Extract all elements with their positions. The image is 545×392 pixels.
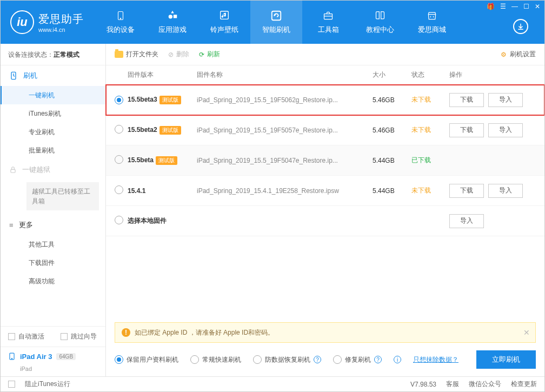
- firmware-row[interactable]: 选择本地固件导入: [106, 206, 544, 236]
- svg-point-1: [120, 18, 121, 19]
- flash-now-button[interactable]: 立即刷机: [476, 350, 536, 369]
- shop-icon: [425, 10, 439, 22]
- warning-icon: !: [122, 328, 130, 337]
- flash-settings-button[interactable]: ⚙刷机设置: [501, 50, 536, 59]
- folder-icon: [115, 51, 123, 58]
- check-update-link[interactable]: 检查更新: [511, 380, 537, 389]
- firmware-row[interactable]: 15.5beta测试版iPad_Spring_2019_15.5_19F5047…: [106, 145, 544, 176]
- help-icon[interactable]: ?: [314, 356, 321, 363]
- logo-icon: iu: [10, 10, 34, 34]
- nav-book[interactable]: 教程中心: [354, 1, 406, 44]
- auto-activate-checkbox[interactable]: [8, 333, 15, 340]
- sidebar-flash[interactable]: 刷机: [1, 65, 105, 86]
- sidebar-more[interactable]: ≡更多: [1, 215, 105, 235]
- row-radio[interactable]: [115, 216, 123, 224]
- sidebar-sub[interactable]: iTunes刷机: [1, 104, 105, 123]
- help-icon[interactable]: ?: [374, 356, 382, 363]
- block-itunes-checkbox[interactable]: [8, 381, 15, 388]
- beta-tag: 测试版: [159, 96, 181, 104]
- sidebar-sub[interactable]: 下载固件: [1, 254, 105, 272]
- minimize-icon[interactable]: —: [511, 3, 518, 10]
- flash-options: 保留用户资料刷机 常规快速刷机 防数据恢复刷机? 修复刷机? i 只想抹除数据？…: [106, 343, 544, 376]
- sidebar-sub[interactable]: 高级功能: [1, 272, 105, 290]
- gear-icon: ⚙: [501, 51, 507, 58]
- window-controls: 🎁 ☰ — ☐ ✕: [487, 3, 540, 10]
- opt-recover[interactable]: 防数据恢复刷机?: [253, 355, 321, 364]
- auto-activate-label: 自动激活: [18, 332, 44, 341]
- firmware-list: 15.5beta3测试版iPad_Spring_2019_15.5_19F506…: [106, 85, 544, 236]
- notice-close-icon[interactable]: ✕: [523, 328, 530, 337]
- downloads-icon[interactable]: [513, 19, 528, 34]
- svg-point-8: [11, 358, 12, 359]
- jailbreak-note: 越狱工具已转移至工具箱: [26, 182, 99, 210]
- opt-normal[interactable]: 常规快速刷机: [190, 355, 241, 364]
- close-icon[interactable]: ✕: [535, 3, 540, 10]
- top-nav: 我的设备应用游戏铃声壁纸智能刷机工具箱教程中心爱思商城: [95, 1, 544, 44]
- row-radio[interactable]: [115, 185, 123, 194]
- app-url: www.i4.cn: [38, 26, 84, 33]
- toolbox-icon: [321, 10, 335, 22]
- firmware-row[interactable]: 15.4.1iPad_Spring_2019_15.4.1_19E258_Res…: [106, 176, 544, 206]
- nav-shop[interactable]: 爱思商城: [406, 1, 458, 44]
- download-button[interactable]: 下载: [449, 93, 484, 107]
- opt-keep-data[interactable]: 保留用户资料刷机: [115, 355, 178, 364]
- firmware-row[interactable]: 15.5beta2测试版iPad_Spring_2019_15.5_19F505…: [106, 115, 544, 145]
- sidebar-sub[interactable]: 批量刷机: [1, 141, 105, 160]
- row-radio[interactable]: [115, 155, 123, 164]
- appleid-notice: ! 如已绑定 Apple ID ，请准备好 Apple ID和密码。 ✕: [115, 322, 536, 343]
- refresh-icon: ⟳: [199, 51, 204, 58]
- gift-icon[interactable]: 🎁: [487, 3, 495, 10]
- statusbar: 阻止iTunes运行 V7.98.53 客服 微信公众号 检查更新: [1, 376, 544, 391]
- sidebar: 设备连接状态：正常模式 刷机 一键刷机iTunes刷机专业刷机批量刷机 一键越狱…: [1, 44, 106, 376]
- version-label: V7.98.53: [410, 381, 436, 388]
- menu-icon[interactable]: ☰: [500, 3, 506, 10]
- svg-rect-4: [324, 14, 333, 19]
- import-button[interactable]: 导入: [488, 93, 523, 107]
- import-button[interactable]: 导入: [449, 214, 484, 228]
- info-icon[interactable]: i: [394, 356, 401, 363]
- device-type: iPad: [1, 366, 105, 376]
- column-headers: 固件版本 固件名称 大小 状态 操作: [106, 65, 544, 85]
- download-button[interactable]: 下载: [449, 123, 484, 137]
- row-radio[interactable]: [115, 96, 123, 104]
- nav-flash[interactable]: 智能刷机: [250, 1, 302, 44]
- import-button[interactable]: 导入: [488, 184, 523, 198]
- block-itunes-label: 阻止iTunes运行: [25, 380, 70, 389]
- delete-icon: ⊘: [168, 51, 174, 58]
- flash-icon: [269, 10, 283, 22]
- nav-toolbox[interactable]: 工具箱: [302, 1, 354, 44]
- firmware-row[interactable]: 15.5beta3测试版iPad_Spring_2019_15.5_19F506…: [106, 85, 544, 115]
- sidebar-sub[interactable]: 专业刷机: [1, 123, 105, 141]
- maximize-icon[interactable]: ☐: [523, 3, 529, 10]
- download-button[interactable]: 下载: [449, 184, 484, 198]
- kefu-link[interactable]: 客服: [446, 380, 459, 389]
- import-button[interactable]: 导入: [488, 123, 523, 137]
- nav-phone[interactable]: 我的设备: [95, 1, 147, 44]
- storage-badge: 64GB: [56, 353, 76, 360]
- beta-tag: 测试版: [156, 156, 177, 165]
- wechat-link[interactable]: 微信公众号: [469, 380, 501, 389]
- skip-guide-checkbox[interactable]: [61, 333, 68, 340]
- beta-tag: 测试版: [159, 126, 181, 135]
- svg-rect-6: [11, 169, 15, 172]
- refresh-button[interactable]: ⟳刷新: [199, 50, 220, 59]
- sidebar-sub[interactable]: 其他工具: [1, 235, 105, 254]
- delete-button: ⊘删除: [168, 50, 189, 59]
- opt-repair[interactable]: 修复刷机?: [333, 355, 382, 364]
- sidebar-jailbreak: 一键越狱: [1, 160, 105, 180]
- book-icon: [373, 10, 387, 22]
- phone-icon: [114, 10, 128, 22]
- sidebar-sub[interactable]: 一键刷机: [1, 86, 105, 104]
- open-folder-button[interactable]: 打开文件夹: [115, 50, 158, 59]
- toolbar: 打开文件夹 ⊘删除 ⟳刷新 ⚙刷机设置: [106, 44, 544, 65]
- apps-icon: [165, 10, 180, 22]
- erase-link[interactable]: 只想抹除数据？: [413, 355, 458, 364]
- nav-music[interactable]: 铃声壁纸: [198, 1, 250, 44]
- nav-apps[interactable]: 应用游戏: [147, 1, 198, 44]
- content: 打开文件夹 ⊘删除 ⟳刷新 ⚙刷机设置 固件版本 固件名称 大小 状态 操作 1…: [106, 44, 544, 376]
- logo-area: iu 爱思助手 www.i4.cn: [1, 1, 95, 44]
- svg-rect-3: [272, 11, 281, 21]
- skip-guide-label: 跳过向导: [71, 332, 97, 341]
- device-name-row[interactable]: iPad Air 3 64GB: [1, 347, 105, 366]
- row-radio[interactable]: [115, 125, 123, 134]
